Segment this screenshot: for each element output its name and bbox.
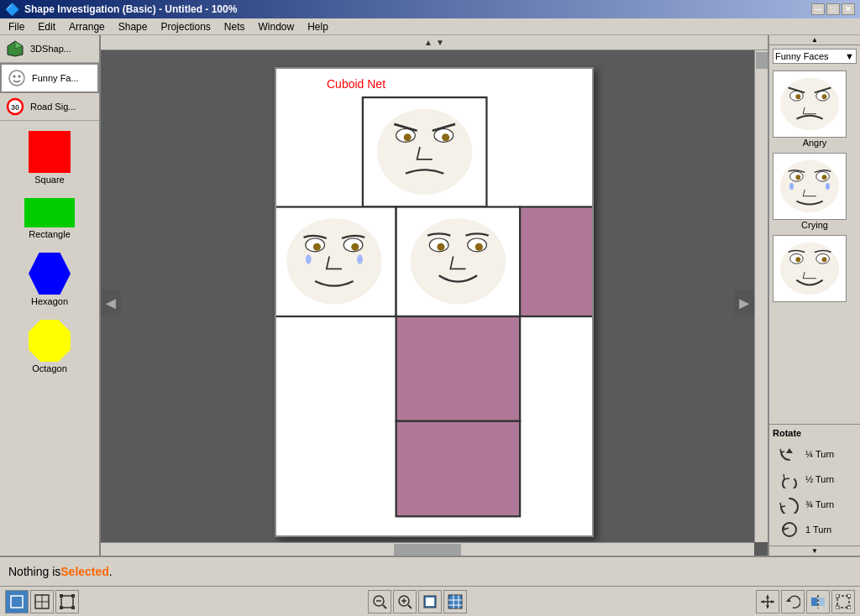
canvas-scroll-top[interactable]: ▲ ▼	[101, 35, 768, 50]
grid-icon	[448, 594, 463, 609]
resize-icon	[60, 594, 75, 609]
happy-face-preview[interactable]	[773, 235, 847, 302]
svg-point-45	[822, 175, 827, 180]
svg-point-24	[411, 218, 506, 304]
app-icon: 🔷	[5, 3, 19, 16]
svg-point-16	[286, 218, 381, 304]
svg-point-12	[442, 133, 449, 141]
svg-text:30: 30	[11, 103, 19, 112]
grid-button[interactable]	[443, 590, 467, 613]
select2-button[interactable]	[831, 590, 855, 613]
svg-rect-87	[811, 598, 817, 606]
menu-item-projections[interactable]: Projections	[155, 19, 215, 34]
resize-tool-button[interactable]	[55, 590, 79, 613]
title-bar: 🔷 Shape Investigation (Basic) - Untitled…	[0, 0, 860, 18]
square-shape	[29, 131, 71, 173]
svg-point-22	[357, 254, 363, 264]
face-thumb-angry[interactable]: Angry	[773, 70, 857, 149]
rotate-button[interactable]	[781, 590, 805, 613]
flip-button[interactable]	[806, 590, 830, 613]
menu-item-arrange[interactable]: Arrange	[64, 19, 110, 34]
left-panel: 3DShap... Funny Fa... 30	[0, 35, 101, 556]
full-turn-button[interactable]: 1 Turn	[773, 517, 857, 542]
threequarter-turn-button[interactable]: ¾ Turn	[773, 492, 857, 517]
arrow-left[interactable]: ◄	[101, 290, 121, 316]
right-scroll-up[interactable]: ▲	[769, 35, 860, 45]
toolbar-group-transform	[756, 590, 855, 613]
toolbar-group-select	[5, 590, 79, 613]
bottom-toolbar	[0, 586, 860, 616]
threequarter-turn-icon	[777, 494, 802, 514]
select-tool-button[interactable]	[5, 590, 29, 613]
angry-face-preview[interactable]	[773, 70, 847, 138]
shape-item-octagon[interactable]: Octagon	[25, 316, 74, 377]
menu-item-file[interactable]: File	[3, 19, 29, 34]
shape-item-square[interactable]: Square	[25, 128, 74, 188]
threequarter-turn-label: ¾ Turn	[805, 499, 834, 509]
3dshapes-icon	[5, 39, 25, 59]
half-turn-label: ½ Turn	[805, 474, 834, 484]
arrow-right[interactable]: ►	[734, 290, 754, 316]
crying-face-svg	[773, 154, 846, 219]
rotate-section: Rotate ¼ Turn ½ Tu	[769, 425, 860, 546]
svg-point-37	[822, 94, 827, 99]
face-thumb-crying[interactable]: Crying	[773, 153, 857, 232]
svg-line-68	[383, 605, 386, 608]
quarter-turn-icon	[777, 444, 802, 464]
right-scroll-down[interactable]: ▼	[769, 546, 860, 556]
face-thumb-happy[interactable]	[773, 235, 857, 302]
flip-icon	[810, 594, 826, 609]
quarter-turn-label: ¼ Turn	[805, 449, 834, 459]
svg-point-53	[822, 257, 827, 262]
tab-3dshapes[interactable]: 3DShap...	[0, 35, 99, 63]
close-button[interactable]: ✕	[842, 3, 855, 15]
svg-point-36	[795, 94, 800, 99]
half-turn-button[interactable]: ½ Turn	[773, 467, 857, 492]
minimize-button[interactable]: —	[811, 3, 825, 15]
svg-rect-64	[60, 606, 63, 609]
menu-item-nets[interactable]: Nets	[219, 19, 250, 34]
status-prefix: Nothing is	[8, 565, 60, 578]
svg-rect-30	[396, 316, 521, 421]
crying-face-preview[interactable]	[773, 153, 847, 220]
zoom-in-icon	[397, 594, 412, 609]
svg-point-49	[780, 243, 839, 295]
canvas-scrollbar-v[interactable]	[754, 50, 768, 542]
move2-button[interactable]	[756, 590, 779, 613]
status-selected: Selected	[60, 565, 109, 578]
hexagon-label: Hexagon	[31, 296, 68, 306]
menu-item-help[interactable]: Help	[302, 19, 333, 34]
svg-point-47	[826, 183, 830, 190]
zoom-in-button[interactable]	[393, 590, 417, 613]
tab-roadsigns[interactable]: 30 Road Sig...	[0, 93, 99, 121]
svg-point-33	[780, 78, 839, 130]
svg-rect-75	[448, 595, 462, 608]
svg-point-2	[9, 70, 24, 86]
fit-button[interactable]	[418, 590, 442, 613]
square-label: Square	[34, 175, 64, 185]
menu-item-window[interactable]: Window	[254, 19, 300, 34]
canvas-scrollbar-h[interactable]	[101, 542, 754, 556]
quarter-turn-button[interactable]: ¼ Turn	[773, 441, 857, 467]
cuboid-net-svg	[276, 69, 592, 535]
shape-item-rectangle[interactable]: Rectangle	[21, 195, 78, 243]
menu-item-edit[interactable]: Edit	[33, 19, 60, 34]
right-panel: ▲ Funny Faces ▼	[768, 35, 860, 556]
svg-point-11	[404, 133, 412, 141]
zoom-out-icon	[372, 594, 387, 609]
svg-marker-86	[786, 598, 791, 602]
tab-3dshapes-label: 3DShap...	[30, 44, 71, 54]
shape-item-hexagon[interactable]: Hexagon	[25, 249, 74, 310]
dotted-select-icon	[836, 594, 851, 609]
svg-rect-92	[847, 594, 851, 598]
rotate-label: Rotate	[773, 428, 857, 438]
menu-item-shape[interactable]: Shape	[113, 19, 153, 34]
svg-rect-65	[71, 606, 75, 609]
menu-bar: FileEditArrangeShapeProjectionsNetsWindo…	[0, 18, 860, 35]
faces-dropdown-label: Funny Faces	[775, 51, 829, 61]
maximize-button[interactable]: □	[826, 3, 840, 15]
faces-dropdown[interactable]: Funny Faces ▼	[773, 49, 857, 64]
move-tool-button[interactable]	[30, 590, 54, 613]
tab-funnyfaces[interactable]: Funny Fa...	[0, 63, 99, 93]
zoom-out-button[interactable]	[368, 590, 391, 613]
